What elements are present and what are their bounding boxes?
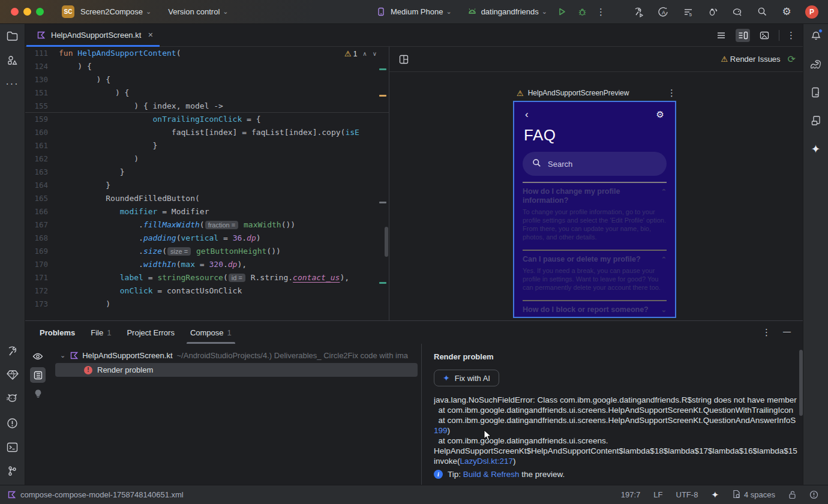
svg-text:5: 5 [689,12,692,17]
warning-stripe-mark [379,95,386,97]
ai-actions-icon[interactable]: A [658,6,670,18]
code-view-icon[interactable] [714,29,728,42]
fix-with-ai-button[interactable]: ✦ Fix with AI [434,370,499,386]
code-line[interactable]: 169 .size(size = getButtonHeight()) [25,245,389,258]
next-problem-icon[interactable]: ∨ [373,50,377,57]
code-line[interactable]: 161 } [25,139,389,152]
preview-title-row[interactable]: ⚠ HelpAndSupportScreenPreview ⋮ [517,88,676,98]
titlebar-actions: A 5 ⚙ P [633,5,818,19]
previous-problem-icon[interactable]: ∧ [362,50,367,57]
code-line[interactable]: 151 ) { [25,86,389,100]
preview-eye-icon[interactable] [30,349,46,364]
resource-manager-icon[interactable] [5,52,20,68]
project-folder-icon[interactable] [5,28,20,44]
trace-link[interactable]: 199 [434,426,448,435]
close-tab-icon[interactable]: ✕ [148,31,153,39]
task-list-icon[interactable]: 5 [682,6,694,18]
device-manager-icon[interactable] [808,113,824,128]
quick-fix-bulb-icon[interactable] [30,386,46,401]
inspection-widget[interactable]: ⚠1 ∧ ∨ [342,48,379,59]
preview-layout-icon[interactable] [398,53,410,65]
code-line[interactable]: 167 .fillMaxWidth(fraction = maxWidth()) [25,218,389,232]
code-line[interactable]: 166 modifier = Modifier [25,205,389,218]
chevron-down-icon[interactable]: ⌄ [60,352,65,359]
event-log-icon[interactable] [809,490,818,499]
line-ending[interactable]: LF [653,490,662,499]
gradle-elephant-icon[interactable] [808,56,824,72]
gemini-sparkle-icon[interactable]: ✦ [808,141,824,157]
code-line[interactable]: 172 onClick = contactUsOnClick [25,284,389,298]
vcs-menu[interactable]: Version control ⌄ [168,7,228,16]
editor-scrollbar[interactable] [385,227,388,257]
attach-debugger-icon[interactable] [707,6,719,18]
problems-tab-file[interactable]: File1 [91,321,111,344]
code-editor[interactable]: 111fun HelpAndSupportContent(124 ) {130 … [25,47,389,320]
details-view-icon[interactable] [30,367,46,383]
running-devices-icon[interactable] [808,85,824,100]
run-configuration-selector[interactable]: datingandfriends ⌄ [466,6,547,18]
refresh-preview-icon[interactable]: ⟳ [788,53,796,65]
notification-dot [818,29,823,33]
render-issues-badge[interactable]: ⚠ Render Issues [721,55,780,64]
design-view-icon[interactable] [757,29,772,42]
minimize-panel-icon[interactable]: — [783,327,791,338]
problems-file-row[interactable]: ⌄ HelpAndSupportScreen.kt ~/AndroidStudi… [50,349,421,362]
code-line[interactable]: 155 ) { index, model -> [25,100,389,113]
line-number: 169 [25,245,59,258]
status-file[interactable]: compose-compose-model-1758748140651.xml [7,490,184,499]
device-selector[interactable]: Medium Phone ⌄ [376,6,452,18]
code-line[interactable]: 162 ) [25,152,389,166]
terminal-icon[interactable] [5,439,20,455]
run-button[interactable] [556,6,568,18]
code-line[interactable]: 173 ) [25,298,389,311]
trace-link[interactable]: LazyDsl.kt:217 [460,457,514,466]
editor-options-icon[interactable]: ⋮ [787,30,796,41]
more-tool-windows-icon[interactable]: ··· [5,76,20,92]
error-icon: ! [84,366,92,374]
minimize-window-button[interactable] [23,8,31,16]
build-tool-icon[interactable] [5,343,20,359]
editor-tab[interactable]: HelpAndSupportScreen.kt ✕ [25,24,161,47]
panel-options-icon[interactable]: ⋮ [762,327,771,338]
code-line[interactable]: 111fun HelpAndSupportContent( [25,47,389,60]
version-control-branch-icon[interactable] [5,463,20,479]
code-line[interactable]: 159 onTrailingIconClick = { [25,113,389,126]
code-line[interactable]: 171 label = stringResource(id = R.string… [25,271,389,284]
code-line[interactable]: 124 ) { [25,60,389,73]
profiler-icon[interactable] [731,6,743,18]
indent-setting[interactable]: 4 spaces [732,490,775,500]
write-access-lock-icon[interactable] [788,490,796,499]
settings-gear-icon[interactable]: ⚙ [781,6,793,18]
render-problem-row[interactable]: ! Render problem [55,363,418,377]
user-avatar[interactable]: P [805,5,818,19]
build-refresh-link[interactable]: Build & Refresh [463,470,520,479]
debug-button[interactable] [576,6,588,18]
preview-canvas[interactable]: ⚠ HelpAndSupportScreenPreview ⋮ ‹ ⚙ FAQ … [389,72,804,320]
code-line[interactable]: 163 } [25,166,389,179]
logcat-cat-icon[interactable] [5,391,20,407]
notifications-bell-icon[interactable] [808,28,824,44]
code-line[interactable]: 165 RoundedFilledButton( [25,192,389,205]
preview-options-icon[interactable]: ⋮ [667,88,676,98]
code-line[interactable]: 160 faqList[index] = faqList[index].copy… [25,126,389,139]
problems-tab-compose[interactable]: Compose1 [190,321,232,344]
more-run-options-icon[interactable]: ⋮ [596,7,605,17]
close-window-button[interactable] [11,8,19,16]
file-encoding[interactable]: UTF-8 [676,490,698,499]
search-icon[interactable] [756,6,768,18]
code-line[interactable]: 130 ) { [25,73,389,86]
code-line[interactable]: 168 .padding(vertical = 36.dp) [25,232,389,245]
zoom-window-button[interactable] [36,8,44,16]
code-line[interactable]: 170 .widthIn(max = 320.dp), [25,258,389,271]
project-menu[interactable]: Screen2Compose ⌄ [80,7,151,16]
code-line[interactable]: 164 } [25,179,389,192]
ai-status-sparkle-icon[interactable]: ✦ [711,490,719,500]
app-inspection-gem-icon[interactable] [5,367,20,383]
editor-tabbar: HelpAndSupportScreen.kt ✕ ⋮ [25,24,804,47]
problems-tab-project-errors[interactable]: Project Errors [127,321,174,344]
caret-position[interactable]: 197:7 [621,490,641,499]
split-view-icon[interactable] [736,29,750,42]
warning-icon: ⚠ [721,55,728,64]
build-icon[interactable] [633,6,645,18]
problems-icon[interactable] [5,415,20,431]
